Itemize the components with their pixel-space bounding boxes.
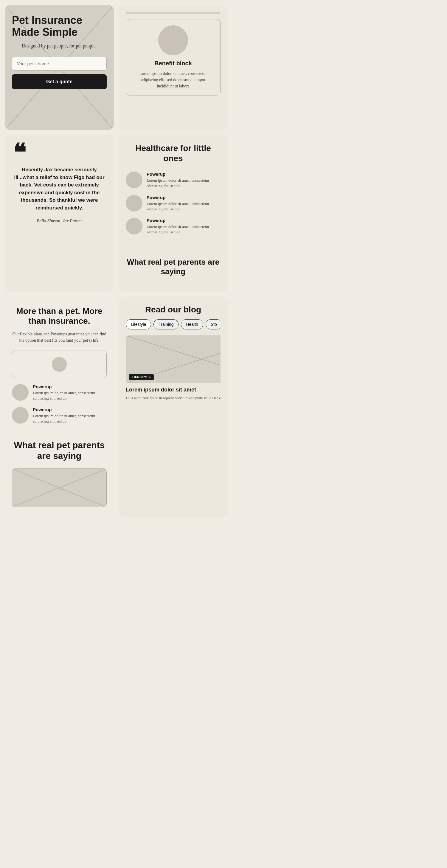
more-powerup-title-1: Powerup [33,384,107,389]
blog-tag-lifestyle[interactable]: Lifestyle [126,319,151,330]
blog-tag-sto[interactable]: Sto [206,319,220,330]
quote-author: Bella Simson, Jax Parent [13,218,105,224]
powerup-item-1: Powerup Lorem ipsum dolor sit amet, cons… [126,172,220,189]
more-title: More than a pet. More than insurance. [12,306,107,326]
powerup-icon-2 [126,195,142,212]
parents-left-title: What real pet parents are saying [12,440,107,461]
blog-articles: LIFESTYLE Lorem ipsum dolor sit amet Dui… [126,335,220,401]
healthcare-card: Healthcare for little ones Powerup Lorem… [118,135,228,292]
powerup-text-2: Lorem ipsum dolor sit amet, consectetur … [147,201,220,212]
review-placeholder [12,468,107,507]
more-preview-box [12,350,107,378]
benefit-inner-box: Benefit block Lorem ipsum dolor sit amet… [126,19,220,95]
powerup-item-3: Powerup Lorem ipsum dolor sit amet, cons… [126,218,220,235]
more-powerup-icon-2 [12,407,29,424]
hero-title: Pet Insurance Made Simple [12,14,107,38]
more-powerup-1: Powerup Lorem ipsum dolor sit amet, cons… [12,384,107,401]
benefit-card: Benefit block Lorem ipsum dolor sit amet… [118,5,228,130]
benefit-text: Lorem ipsum dolor sit amet, consectetur … [132,70,214,89]
powerup-icon-3 [126,218,142,235]
powerup-title-3: Powerup [147,218,220,223]
powerup-title-2: Powerup [147,195,220,200]
more-powerup-text-1: Lorem ipsum dolor sit amet, consectetur … [33,390,107,401]
benefit-title: Benefit block [132,60,214,67]
blog-card: Read our blog Lifestyle Training Health … [118,297,228,517]
quote-mark: ❝ [13,145,105,161]
powerup-text-3: Lorem ipsum dolor sit amet, consectetur … [147,224,220,235]
healthcare-title: Healthcare for little ones [126,143,220,163]
hero-subtitle: Designed by pet people, for pet people. [12,43,107,49]
quote-text: Recently Jax became seriously ill...what… [13,166,105,212]
pet-name-input[interactable] [12,57,107,71]
quote-card: ❝ Recently Jax became seriously ill...wh… [5,135,114,292]
blog-tag-training[interactable]: Training [153,319,178,330]
powerup-icon-1 [126,172,142,188]
more-powerup-title-2: Powerup [33,407,107,412]
powerup-text-1: Lorem ipsum dolor sit amet, consectetur … [147,178,220,189]
article-1-text: Duis aute irure dolor in reprehenderit i… [126,395,220,401]
powerup-title-1: Powerup [147,172,220,177]
blog-article-image-1: LIFESTYLE [126,335,220,383]
parents-right-title: What real pet parents are saying [126,257,220,276]
blog-title: Read our blog [126,305,220,314]
powerup-item-2: Powerup Lorem ipsum dolor sit amet, cons… [126,195,220,212]
blog-article-1: LIFESTYLE Lorem ipsum dolor sit amet Dui… [126,335,220,401]
more-preview-circle [52,357,67,372]
blog-tags: Lifestyle Training Health Sto [126,319,220,330]
blog-tag-health[interactable]: Health [181,319,203,330]
benefit-icon [158,25,188,55]
get-quote-button[interactable]: Get a quote [12,74,107,89]
more-powerup-text-2: Lorem ipsum dolor sit amet, consectetur … [33,413,107,424]
more-powerup-2: Powerup Lorem ipsum dolor sit amet, cons… [12,407,107,424]
more-card: More than a pet. More than insurance. Ou… [5,297,114,517]
benefit-top-bar [126,12,220,14]
hero-card: Pet Insurance Made Simple Designed by pe… [5,5,114,130]
more-powerup-icon-1 [12,384,29,401]
article-1-badge: LIFESTYLE [129,374,154,380]
more-subtitle: Our flexible plans and Powerups guarante… [12,331,107,343]
article-1-title: Lorem ipsum dolor sit amet [126,387,220,393]
